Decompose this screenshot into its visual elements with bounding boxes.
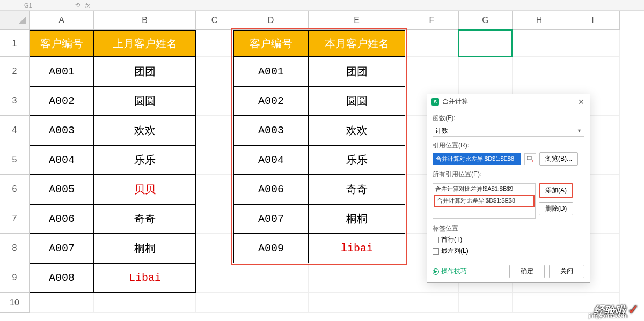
tips-link[interactable]: ▶ 操作技巧 bbox=[433, 267, 505, 276]
function-label: 函数(F): bbox=[433, 114, 584, 123]
cell[interactable] bbox=[196, 30, 233, 57]
cell[interactable]: Libai bbox=[94, 263, 196, 293]
row-header[interactable]: 7 bbox=[0, 204, 30, 234]
cell[interactable] bbox=[459, 57, 513, 86]
cell[interactable]: libai bbox=[309, 234, 405, 263]
row-header[interactable]: 6 bbox=[0, 175, 30, 204]
cell[interactable]: A005 bbox=[30, 175, 94, 204]
cell[interactable] bbox=[196, 145, 233, 175]
cell[interactable] bbox=[196, 116, 233, 145]
row-header[interactable]: 2 bbox=[0, 57, 30, 86]
cell[interactable] bbox=[459, 293, 513, 313]
references-list[interactable]: 合并计算对比差异!$A$1:$B$9 合并计算对比差异!$D$1:$E$8 bbox=[433, 183, 536, 219]
column-header[interactable]: F bbox=[405, 11, 459, 30]
cell[interactable] bbox=[196, 86, 233, 116]
cell[interactable]: 奇奇 bbox=[309, 175, 405, 204]
column-header[interactable]: A bbox=[30, 11, 94, 30]
reference-input[interactable]: 合并计算对比差异!$D$1:$E$8 bbox=[433, 153, 521, 165]
cell[interactable]: 桐桐 bbox=[309, 204, 405, 234]
cell[interactable]: A001 bbox=[30, 57, 94, 86]
cell[interactable] bbox=[459, 30, 513, 57]
row-header[interactable]: 3 bbox=[0, 86, 30, 116]
list-item[interactable]: 合并计算对比差异!$D$1:$E$8 bbox=[434, 195, 535, 207]
column-header[interactable]: H bbox=[513, 11, 566, 30]
column-header[interactable]: I bbox=[566, 11, 620, 30]
cell[interactable] bbox=[196, 263, 233, 293]
cell[interactable]: 团团 bbox=[309, 57, 405, 86]
close-icon[interactable]: ✕ bbox=[577, 98, 586, 106]
cell[interactable]: 乐乐 bbox=[94, 145, 196, 175]
cell[interactable]: A004 bbox=[30, 145, 94, 175]
cell[interactable] bbox=[196, 175, 233, 204]
cell[interactable] bbox=[566, 57, 620, 86]
cell[interactable] bbox=[513, 57, 566, 86]
cell[interactable]: A002 bbox=[233, 86, 309, 116]
add-button[interactable]: 添加(A) bbox=[539, 183, 573, 198]
cell[interactable]: 乐乐 bbox=[309, 145, 405, 175]
ok-button[interactable]: 确定 bbox=[509, 265, 545, 278]
cell[interactable]: 上月客户姓名 bbox=[94, 30, 196, 57]
list-item[interactable]: 合并计算对比差异!$A$1:$B$9 bbox=[433, 184, 535, 194]
cell[interactable]: A007 bbox=[30, 234, 94, 263]
cell[interactable]: A009 bbox=[233, 234, 309, 263]
cell[interactable] bbox=[196, 293, 233, 313]
column-header[interactable]: G bbox=[459, 11, 513, 30]
cell[interactable] bbox=[196, 204, 233, 234]
row-header[interactable]: 10 bbox=[0, 293, 30, 313]
left-col-checkbox[interactable] bbox=[433, 248, 439, 255]
range-select-icon[interactable] bbox=[524, 153, 536, 165]
cell[interactable] bbox=[405, 57, 459, 86]
cell[interactable] bbox=[233, 263, 309, 293]
cell[interactable]: A008 bbox=[30, 263, 94, 293]
browse-button[interactable]: 浏览(B)... bbox=[539, 152, 578, 166]
cell[interactable]: A006 bbox=[30, 204, 94, 234]
cell[interactable]: 欢欢 bbox=[94, 116, 196, 145]
column-header[interactable]: B bbox=[94, 11, 196, 30]
cell[interactable]: A003 bbox=[233, 116, 309, 145]
name-box[interactable]: G1 bbox=[0, 2, 64, 9]
row-header[interactable]: 4 bbox=[0, 116, 30, 145]
function-select[interactable]: 计数 ▼ bbox=[433, 125, 584, 137]
cell[interactable] bbox=[30, 293, 94, 313]
column-header[interactable]: C bbox=[196, 11, 233, 30]
cell[interactable]: A003 bbox=[30, 116, 94, 145]
cell[interactable]: 客户编号 bbox=[30, 30, 94, 57]
cell[interactable]: 本月客户姓名 bbox=[309, 30, 405, 57]
cancel-button[interactable]: 关闭 bbox=[549, 265, 584, 278]
cell[interactable]: 团团 bbox=[94, 57, 196, 86]
cell[interactable]: 贝贝 bbox=[94, 175, 196, 204]
cell[interactable] bbox=[513, 293, 566, 313]
row-header[interactable]: 1 bbox=[0, 30, 30, 57]
cell[interactable]: 欢欢 bbox=[309, 116, 405, 145]
cell[interactable] bbox=[94, 293, 196, 313]
cell[interactable]: A002 bbox=[30, 86, 94, 116]
cell[interactable] bbox=[405, 293, 459, 313]
cell[interactable]: 圆圆 bbox=[309, 86, 405, 116]
cell[interactable] bbox=[309, 263, 405, 293]
row-header[interactable]: 5 bbox=[0, 145, 30, 175]
cell[interactable]: A007 bbox=[233, 204, 309, 234]
cell[interactable] bbox=[196, 234, 233, 263]
cell[interactable]: 桐桐 bbox=[94, 234, 196, 263]
play-icon: ▶ bbox=[433, 268, 439, 275]
cell[interactable]: 圆圆 bbox=[94, 86, 196, 116]
row-header[interactable]: 9 bbox=[0, 263, 30, 293]
column-header[interactable]: E bbox=[309, 11, 405, 30]
cell[interactable]: A006 bbox=[233, 175, 309, 204]
cell[interactable]: 客户编号 bbox=[233, 30, 309, 57]
cell[interactable]: A004 bbox=[233, 145, 309, 175]
column-header[interactable]: D bbox=[233, 11, 309, 30]
cell[interactable] bbox=[233, 293, 309, 313]
cell[interactable] bbox=[196, 57, 233, 86]
cell[interactable] bbox=[513, 30, 566, 57]
cell[interactable] bbox=[566, 30, 620, 57]
cell[interactable] bbox=[405, 30, 459, 57]
top-row-checkbox[interactable] bbox=[433, 237, 439, 243]
cell[interactable] bbox=[309, 293, 405, 313]
cell[interactable]: A001 bbox=[233, 57, 309, 86]
column-headers: ABCDEFGHI bbox=[30, 11, 644, 30]
row-header[interactable]: 8 bbox=[0, 234, 30, 263]
delete-button[interactable]: 删除(D) bbox=[539, 202, 573, 215]
cell[interactable]: 奇奇 bbox=[94, 204, 196, 234]
select-all-corner[interactable] bbox=[0, 11, 30, 30]
